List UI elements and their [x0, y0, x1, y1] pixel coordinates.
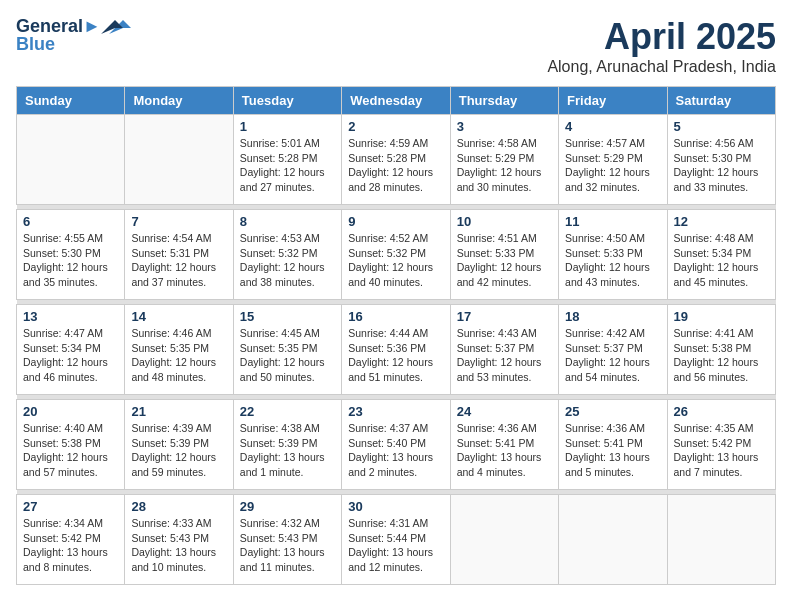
day-number: 12: [674, 214, 769, 229]
day-info: Sunrise: 4:59 AM Sunset: 5:28 PM Dayligh…: [348, 136, 443, 195]
day-info: Sunrise: 4:54 AM Sunset: 5:31 PM Dayligh…: [131, 231, 226, 290]
calendar-cell: 30Sunrise: 4:31 AM Sunset: 5:44 PM Dayli…: [342, 495, 450, 585]
calendar-cell: 1Sunrise: 5:01 AM Sunset: 5:28 PM Daylig…: [233, 115, 341, 205]
weekday-header: Sunday: [17, 87, 125, 115]
day-info: Sunrise: 5:01 AM Sunset: 5:28 PM Dayligh…: [240, 136, 335, 195]
calendar-cell: 10Sunrise: 4:51 AM Sunset: 5:33 PM Dayli…: [450, 210, 558, 300]
day-info: Sunrise: 4:51 AM Sunset: 5:33 PM Dayligh…: [457, 231, 552, 290]
weekday-header: Tuesday: [233, 87, 341, 115]
day-info: Sunrise: 4:35 AM Sunset: 5:42 PM Dayligh…: [674, 421, 769, 480]
calendar-cell: 13Sunrise: 4:47 AM Sunset: 5:34 PM Dayli…: [17, 305, 125, 395]
day-info: Sunrise: 4:34 AM Sunset: 5:42 PM Dayligh…: [23, 516, 118, 575]
logo-icon: [101, 16, 131, 38]
calendar-cell: 6Sunrise: 4:55 AM Sunset: 5:30 PM Daylig…: [17, 210, 125, 300]
day-info: Sunrise: 4:45 AM Sunset: 5:35 PM Dayligh…: [240, 326, 335, 385]
calendar-cell: 21Sunrise: 4:39 AM Sunset: 5:39 PM Dayli…: [125, 400, 233, 490]
day-number: 24: [457, 404, 552, 419]
day-number: 26: [674, 404, 769, 419]
weekday-header: Monday: [125, 87, 233, 115]
calendar-cell: [450, 495, 558, 585]
day-info: Sunrise: 4:55 AM Sunset: 5:30 PM Dayligh…: [23, 231, 118, 290]
day-number: 28: [131, 499, 226, 514]
calendar-cell: 7Sunrise: 4:54 AM Sunset: 5:31 PM Daylig…: [125, 210, 233, 300]
calendar-cell: [125, 115, 233, 205]
weekday-header-row: SundayMondayTuesdayWednesdayThursdayFrid…: [17, 87, 776, 115]
day-info: Sunrise: 4:53 AM Sunset: 5:32 PM Dayligh…: [240, 231, 335, 290]
day-number: 18: [565, 309, 660, 324]
weekday-header: Wednesday: [342, 87, 450, 115]
location-title: Along, Arunachal Pradesh, India: [547, 58, 776, 76]
day-number: 6: [23, 214, 118, 229]
day-info: Sunrise: 4:41 AM Sunset: 5:38 PM Dayligh…: [674, 326, 769, 385]
day-number: 20: [23, 404, 118, 419]
weekday-header: Friday: [559, 87, 667, 115]
day-number: 15: [240, 309, 335, 324]
title-area: April 2025 Along, Arunachal Pradesh, Ind…: [547, 16, 776, 76]
header: General► Blue April 2025 Along, Arunacha…: [16, 16, 776, 76]
calendar-cell: 29Sunrise: 4:32 AM Sunset: 5:43 PM Dayli…: [233, 495, 341, 585]
calendar-cell: 28Sunrise: 4:33 AM Sunset: 5:43 PM Dayli…: [125, 495, 233, 585]
day-number: 5: [674, 119, 769, 134]
day-info: Sunrise: 4:40 AM Sunset: 5:38 PM Dayligh…: [23, 421, 118, 480]
calendar-cell: 3Sunrise: 4:58 AM Sunset: 5:29 PM Daylig…: [450, 115, 558, 205]
calendar-cell: 16Sunrise: 4:44 AM Sunset: 5:36 PM Dayli…: [342, 305, 450, 395]
day-info: Sunrise: 4:48 AM Sunset: 5:34 PM Dayligh…: [674, 231, 769, 290]
calendar-cell: 26Sunrise: 4:35 AM Sunset: 5:42 PM Dayli…: [667, 400, 775, 490]
day-info: Sunrise: 4:52 AM Sunset: 5:32 PM Dayligh…: [348, 231, 443, 290]
calendar-cell: 8Sunrise: 4:53 AM Sunset: 5:32 PM Daylig…: [233, 210, 341, 300]
calendar-cell: [559, 495, 667, 585]
calendar-week-row: 27Sunrise: 4:34 AM Sunset: 5:42 PM Dayli…: [17, 495, 776, 585]
day-number: 1: [240, 119, 335, 134]
day-number: 23: [348, 404, 443, 419]
day-info: Sunrise: 4:38 AM Sunset: 5:39 PM Dayligh…: [240, 421, 335, 480]
logo: General► Blue: [16, 16, 131, 55]
calendar-cell: 23Sunrise: 4:37 AM Sunset: 5:40 PM Dayli…: [342, 400, 450, 490]
calendar-cell: 14Sunrise: 4:46 AM Sunset: 5:35 PM Dayli…: [125, 305, 233, 395]
day-info: Sunrise: 4:36 AM Sunset: 5:41 PM Dayligh…: [565, 421, 660, 480]
day-number: 3: [457, 119, 552, 134]
day-number: 13: [23, 309, 118, 324]
day-info: Sunrise: 4:43 AM Sunset: 5:37 PM Dayligh…: [457, 326, 552, 385]
day-info: Sunrise: 4:56 AM Sunset: 5:30 PM Dayligh…: [674, 136, 769, 195]
day-info: Sunrise: 4:50 AM Sunset: 5:33 PM Dayligh…: [565, 231, 660, 290]
calendar-cell: 20Sunrise: 4:40 AM Sunset: 5:38 PM Dayli…: [17, 400, 125, 490]
calendar-cell: 17Sunrise: 4:43 AM Sunset: 5:37 PM Dayli…: [450, 305, 558, 395]
day-info: Sunrise: 4:57 AM Sunset: 5:29 PM Dayligh…: [565, 136, 660, 195]
day-number: 30: [348, 499, 443, 514]
day-info: Sunrise: 4:42 AM Sunset: 5:37 PM Dayligh…: [565, 326, 660, 385]
month-title: April 2025: [547, 16, 776, 58]
day-number: 29: [240, 499, 335, 514]
calendar-cell: 24Sunrise: 4:36 AM Sunset: 5:41 PM Dayli…: [450, 400, 558, 490]
day-number: 16: [348, 309, 443, 324]
day-number: 17: [457, 309, 552, 324]
calendar-cell: [667, 495, 775, 585]
calendar-cell: 12Sunrise: 4:48 AM Sunset: 5:34 PM Dayli…: [667, 210, 775, 300]
day-info: Sunrise: 4:32 AM Sunset: 5:43 PM Dayligh…: [240, 516, 335, 575]
calendar: SundayMondayTuesdayWednesdayThursdayFrid…: [16, 86, 776, 585]
calendar-cell: 22Sunrise: 4:38 AM Sunset: 5:39 PM Dayli…: [233, 400, 341, 490]
day-info: Sunrise: 4:58 AM Sunset: 5:29 PM Dayligh…: [457, 136, 552, 195]
calendar-cell: [17, 115, 125, 205]
day-number: 27: [23, 499, 118, 514]
calendar-cell: 25Sunrise: 4:36 AM Sunset: 5:41 PM Dayli…: [559, 400, 667, 490]
day-info: Sunrise: 4:33 AM Sunset: 5:43 PM Dayligh…: [131, 516, 226, 575]
day-number: 22: [240, 404, 335, 419]
day-number: 4: [565, 119, 660, 134]
day-info: Sunrise: 4:36 AM Sunset: 5:41 PM Dayligh…: [457, 421, 552, 480]
day-number: 11: [565, 214, 660, 229]
day-number: 9: [348, 214, 443, 229]
day-info: Sunrise: 4:46 AM Sunset: 5:35 PM Dayligh…: [131, 326, 226, 385]
calendar-week-row: 13Sunrise: 4:47 AM Sunset: 5:34 PM Dayli…: [17, 305, 776, 395]
calendar-week-row: 1Sunrise: 5:01 AM Sunset: 5:28 PM Daylig…: [17, 115, 776, 205]
calendar-cell: 15Sunrise: 4:45 AM Sunset: 5:35 PM Dayli…: [233, 305, 341, 395]
calendar-cell: 5Sunrise: 4:56 AM Sunset: 5:30 PM Daylig…: [667, 115, 775, 205]
calendar-cell: 2Sunrise: 4:59 AM Sunset: 5:28 PM Daylig…: [342, 115, 450, 205]
calendar-week-row: 20Sunrise: 4:40 AM Sunset: 5:38 PM Dayli…: [17, 400, 776, 490]
calendar-cell: 19Sunrise: 4:41 AM Sunset: 5:38 PM Dayli…: [667, 305, 775, 395]
day-number: 25: [565, 404, 660, 419]
calendar-week-row: 6Sunrise: 4:55 AM Sunset: 5:30 PM Daylig…: [17, 210, 776, 300]
day-number: 7: [131, 214, 226, 229]
day-number: 2: [348, 119, 443, 134]
day-number: 10: [457, 214, 552, 229]
calendar-cell: 9Sunrise: 4:52 AM Sunset: 5:32 PM Daylig…: [342, 210, 450, 300]
